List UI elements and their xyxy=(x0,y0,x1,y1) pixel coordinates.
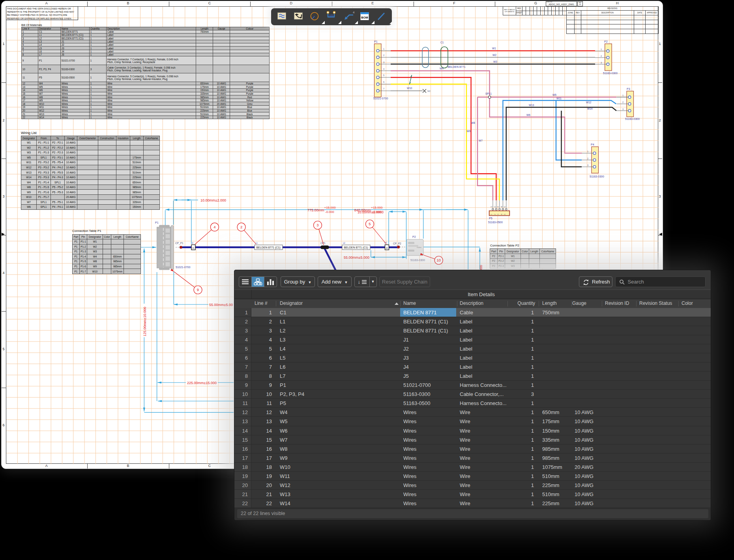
svg-text:NC: NC xyxy=(427,90,431,92)
svg-text:3: 3 xyxy=(383,61,384,63)
svg-text:W2: W2 xyxy=(492,54,496,56)
svg-text:2: 2 xyxy=(601,55,602,57)
svg-text:P2: P2 xyxy=(604,40,608,43)
svg-text:1: 1 xyxy=(490,206,492,207)
svg-text:+15.000: +15.000 xyxy=(324,206,336,209)
svg-text:W12: W12 xyxy=(586,101,592,104)
svg-text:2: 2 xyxy=(240,225,242,229)
svg-text:2: 2 xyxy=(494,206,496,207)
svg-text:3: 3 xyxy=(622,108,624,110)
svg-text:W14: W14 xyxy=(587,107,593,110)
svg-text:3: 3 xyxy=(497,214,499,215)
svg-text:6: 6 xyxy=(383,81,384,83)
svg-text:2: 2 xyxy=(622,101,624,103)
svg-text:1: 1 xyxy=(622,94,624,97)
svg-text:7: 7 xyxy=(383,88,384,90)
svg-text:51163-0300: 51163-0300 xyxy=(590,175,604,178)
svg-text:W3: W3 xyxy=(493,60,497,63)
svg-text:3: 3 xyxy=(316,223,318,227)
svg-text:W5: W5 xyxy=(552,93,556,96)
svg-text:4: 4 xyxy=(500,206,503,207)
svg-text:51163-0300: 51163-0300 xyxy=(410,259,425,261)
svg-text:W1: W1 xyxy=(492,47,496,50)
svg-text:10: 10 xyxy=(436,258,441,262)
svg-text:4: 4 xyxy=(500,214,503,215)
svg-text:BOM: BOM xyxy=(361,16,368,19)
svg-text:W9: W9 xyxy=(467,130,471,133)
svg-text:L2: L2 xyxy=(343,242,345,244)
svg-text:4: 4 xyxy=(353,11,355,14)
svg-text:BELDEN 8771 (C1): BELDEN 8771 (C1) xyxy=(344,246,368,249)
svg-text:51163-0500: 51163-0500 xyxy=(488,221,503,224)
svg-text:P1: P1 xyxy=(155,221,159,224)
svg-text:BELDEN 8771: BELDEN 8771 xyxy=(448,65,466,68)
svg-text:P5: P5 xyxy=(489,217,492,220)
svg-text:W10: W10 xyxy=(407,87,412,90)
svg-text:+15.000: +15.000 xyxy=(371,206,383,209)
svg-text:10.00mm±2.000: 10.00mm±2.000 xyxy=(200,198,226,202)
svg-text:2: 2 xyxy=(587,157,588,160)
svg-text:4: 4 xyxy=(213,225,215,229)
svg-text:BELDEN 8771 (C1): BELDEN 8771 (C1) xyxy=(256,246,280,249)
svg-text:5: 5 xyxy=(504,206,506,207)
svg-text:10: 10 xyxy=(329,14,333,18)
svg-text:CP_P1: CP_P1 xyxy=(175,242,184,245)
svg-text:51163-0300: 51163-0300 xyxy=(625,118,640,120)
svg-text:51021-0700: 51021-0700 xyxy=(176,266,190,269)
svg-text:4: 4 xyxy=(383,68,384,70)
svg-text:molex: molex xyxy=(417,246,422,248)
svg-text:W4: W4 xyxy=(440,67,444,70)
svg-text:5: 5 xyxy=(369,222,371,226)
svg-text:W6: W6 xyxy=(526,114,530,116)
svg-text:9: 9 xyxy=(197,287,199,292)
svg-text:W8: W8 xyxy=(471,121,475,124)
svg-text:P1: P1 xyxy=(374,40,378,43)
svg-text:55.00mm±5.00: 55.00mm±5.00 xyxy=(209,303,233,307)
svg-text:J1: J1 xyxy=(192,247,195,249)
svg-text:5: 5 xyxy=(504,214,506,215)
svg-text:P2: P2 xyxy=(412,235,416,238)
svg-text:1: 1 xyxy=(587,150,588,153)
svg-text:1: 1 xyxy=(383,48,384,50)
svg-text:P4: P4 xyxy=(591,143,594,146)
svg-text:J2: J2 xyxy=(386,247,388,249)
svg-text:1: 1 xyxy=(490,214,492,215)
svg-text:3: 3 xyxy=(497,206,499,207)
svg-text:775.00mm: 775.00mm xyxy=(307,208,324,212)
svg-text:-0.000: -0.000 xyxy=(325,210,334,214)
svg-text:5: 5 xyxy=(383,74,384,77)
svg-text:10.00mm±2.0000: 10.00mm±2.0000 xyxy=(358,210,384,214)
svg-text:W13: W13 xyxy=(529,104,534,106)
svg-text:C1: C1 xyxy=(440,41,444,44)
svg-text:P3: P3 xyxy=(627,88,630,90)
svg-text:SPL1: SPL1 xyxy=(485,92,492,95)
svg-text:51021-0700: 51021-0700 xyxy=(373,97,388,100)
svg-text:3: 3 xyxy=(587,164,588,166)
svg-text:CP_P2: CP_P2 xyxy=(393,242,401,245)
svg-text:51163-0300: 51163-0300 xyxy=(603,72,618,75)
svg-text:225.00mm±15.000: 225.00mm±15.000 xyxy=(187,381,217,385)
svg-text:W7: W7 xyxy=(479,139,483,142)
svg-text:55.00mm±5.000: 55.00mm±5.000 xyxy=(344,256,369,259)
svg-text:125.00mm±10.000: 125.00mm±10.000 xyxy=(143,307,147,336)
svg-text:2: 2 xyxy=(494,214,496,215)
svg-text:W11: W11 xyxy=(556,97,562,100)
svg-text:2: 2 xyxy=(383,54,384,56)
svg-text:1: 1 xyxy=(601,48,602,50)
svg-text:3: 3 xyxy=(601,62,602,64)
